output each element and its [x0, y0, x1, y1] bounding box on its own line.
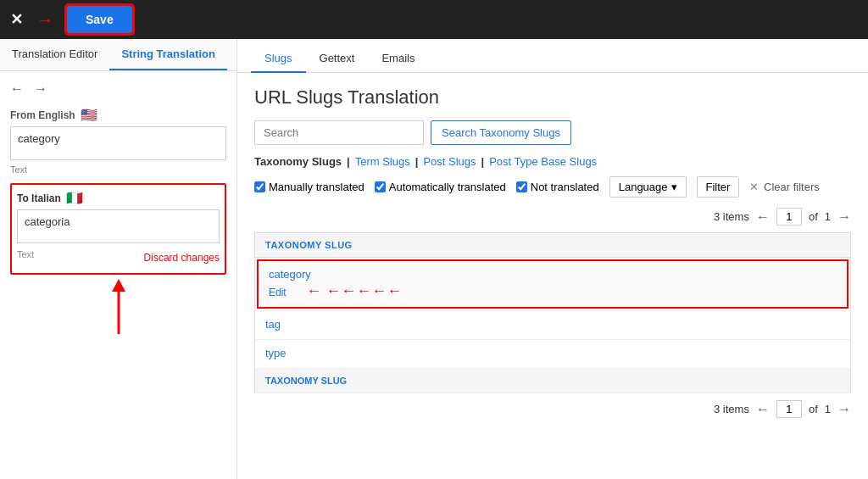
top-bar: ✕ → Save [0, 0, 868, 39]
slug-cell-category: category Edit ← ←←←←← [255, 258, 851, 311]
to-sublabel: Text [17, 249, 34, 259]
up-arrow-annotation [10, 275, 226, 359]
manually-translated-checkbox[interactable]: Manually translated [254, 181, 364, 193]
tab-string-translation[interactable]: String Translation [109, 39, 227, 70]
automatically-translated-input[interactable] [375, 181, 386, 192]
top-prev-button[interactable]: ← [756, 209, 770, 225]
right-tabs: Slugs Gettext Emails [237, 39, 868, 73]
slug-cell-type: type [255, 340, 851, 369]
table-row-footer-header: TAXONOMY SLUG [255, 369, 851, 393]
slug-name-type[interactable]: type [265, 347, 840, 359]
taxonomy-prefix: Taxonomy Slugs [254, 155, 342, 168]
slug-name-tag[interactable]: tag [265, 318, 840, 331]
close-button[interactable]: ✕ [10, 10, 23, 29]
slug-row-content-category: category Edit ← ←←←←← [257, 259, 849, 309]
main-layout: Translation Editor String Translation ← … [0, 39, 868, 479]
slug-row-content-type: type [255, 340, 850, 368]
chevron-down-icon: ▾ [671, 181, 677, 193]
filter-row: Manually translated Automatically transl… [254, 176, 851, 198]
sep1: | [347, 155, 350, 168]
automatically-translated-label: Automatically translated [389, 181, 506, 193]
bottom-pagination: 3 items ← 1 of 1 → [254, 393, 851, 421]
right-content: URL Slugs Translation Search Taxonomy Sl… [237, 73, 868, 479]
table-row: tag [255, 311, 851, 340]
us-flag: 🇺🇸 [81, 107, 97, 123]
top-of-label: of [809, 210, 818, 223]
save-button[interactable]: Save [67, 6, 132, 33]
footer-taxonomy-slug-header: TAXONOMY SLUG [255, 369, 851, 393]
from-label-text: From English [10, 109, 75, 121]
left-panel: Translation Editor String Translation ← … [0, 39, 237, 479]
arrow-indicator: → [36, 10, 53, 30]
top-next-button[interactable]: → [837, 209, 851, 225]
nav-back-button[interactable]: ← [10, 81, 24, 97]
not-translated-label: Not translated [531, 181, 599, 193]
tab-emails[interactable]: Emails [368, 45, 428, 73]
clear-x-icon: ✕ [749, 181, 759, 193]
to-label-text: To Italian [17, 192, 61, 204]
discard-changes-link[interactable]: Discard changes [144, 252, 220, 264]
left-content: ← → From English 🇺🇸 category Text To Ita… [0, 71, 236, 479]
table-row: type [255, 340, 851, 369]
automatically-translated-checkbox[interactable]: Automatically translated [375, 181, 506, 193]
slug-table: TAXONOMY SLUG category Edit ← ←←←←← [254, 232, 851, 393]
to-section: To Italian 🇮🇹 categoria Text Discard cha… [10, 183, 226, 275]
bottom-of-label: of [809, 403, 818, 415]
left-tab-bar: Translation Editor String Translation [0, 39, 236, 71]
tab-translation-editor[interactable]: Translation Editor [0, 39, 109, 70]
slug-name-category[interactable]: category [269, 268, 837, 281]
language-label: Language [619, 181, 668, 193]
not-translated-checkbox[interactable]: Not translated [516, 181, 599, 193]
nav-arrows: ← → [10, 78, 226, 100]
manually-translated-input[interactable] [254, 181, 265, 192]
to-textarea[interactable]: categoria [17, 209, 220, 243]
tab-slugs[interactable]: Slugs [251, 45, 306, 73]
manually-translated-label: Manually translated [269, 181, 364, 193]
taxonomy-links: Taxonomy Slugs | Term Slugs | Post Slugs… [254, 155, 851, 168]
term-slugs-link[interactable]: Term Slugs [355, 155, 410, 168]
to-bottom-row: Text Discard changes [17, 248, 220, 268]
top-total-pages: 1 [825, 210, 831, 223]
it-flag: 🇮🇹 [66, 190, 83, 206]
bottom-total-pages: 1 [825, 403, 831, 415]
search-input[interactable] [254, 120, 424, 145]
table-row: category Edit ← ←←←←← [255, 258, 851, 311]
svg-marker-1 [112, 279, 125, 292]
clear-filters-link[interactable]: ✕ Clear filters [749, 181, 819, 193]
not-translated-input[interactable] [516, 181, 527, 192]
bottom-next-button[interactable]: → [837, 402, 851, 417]
slug-row-content-tag: tag [255, 311, 850, 339]
top-page-input[interactable]: 1 [776, 208, 802, 226]
from-textarea[interactable]: category [10, 126, 226, 160]
search-taxonomy-button[interactable]: Search Taxonomy Slugs [431, 120, 571, 145]
post-slugs-link[interactable]: Post Slugs [423, 155, 476, 168]
up-arrow-svg [106, 275, 131, 343]
filter-button[interactable]: Filter [697, 176, 740, 198]
slug-edit-category[interactable]: Edit [269, 287, 287, 298]
clear-filters-label: Clear filters [764, 181, 820, 193]
language-dropdown[interactable]: Language ▾ [609, 176, 687, 198]
top-pagination: 3 items ← 1 of 1 → [254, 208, 851, 226]
from-sublabel: Text [10, 164, 226, 175]
slug-cell-tag: tag [255, 311, 851, 340]
sep3: | [481, 155, 485, 168]
nav-forward-button[interactable]: → [34, 81, 47, 97]
row-left-arrow: ← ←←←←← [306, 282, 402, 299]
to-label: To Italian 🇮🇹 [17, 190, 220, 206]
from-label: From English 🇺🇸 [10, 107, 226, 123]
post-type-base-slugs-link[interactable]: Post Type Base Slugs [489, 155, 597, 168]
tab-gettext[interactable]: Gettext [306, 45, 369, 73]
sep2: | [415, 155, 419, 168]
bottom-prev-button[interactable]: ← [756, 402, 770, 417]
search-row: Search Taxonomy Slugs [254, 120, 851, 145]
bottom-items-count: 3 items [714, 403, 749, 415]
top-items-count: 3 items [714, 210, 749, 223]
column-header-taxonomy-slug: TAXONOMY SLUG [255, 233, 851, 258]
page-title: URL Slugs Translation [254, 86, 851, 109]
bottom-page-input[interactable]: 1 [776, 400, 802, 418]
right-panel: Slugs Gettext Emails URL Slugs Translati… [237, 39, 868, 479]
